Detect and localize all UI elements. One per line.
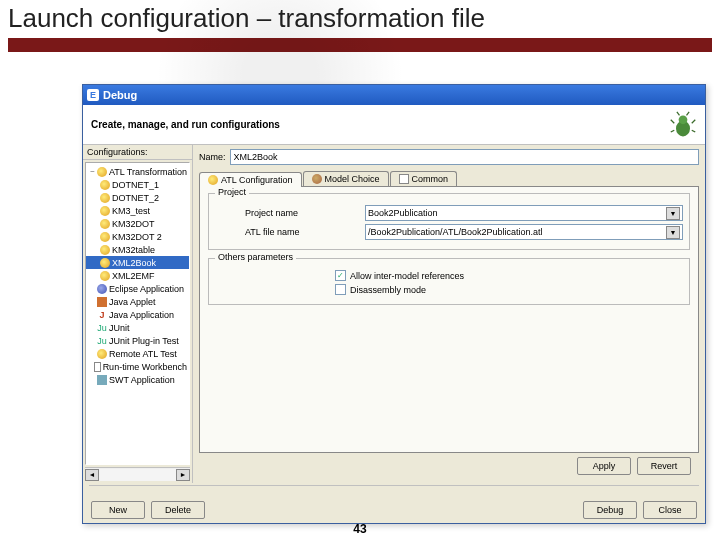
dialog-footer: New Delete Debug Close (83, 501, 705, 519)
tree-node[interactable]: Run-time Workbench (86, 360, 189, 373)
svg-line-5 (692, 130, 696, 132)
eclipse-app-icon (97, 284, 107, 294)
atl-file-value: /Book2Publication/ATL/Book2Publication.a… (368, 227, 666, 237)
tab-bar: ATL Configuration Model Choice Common (199, 171, 699, 187)
atl-icon (100, 232, 110, 242)
tree-node-atl[interactable]: −ATL Transformation (86, 165, 189, 178)
tree-child[interactable]: KM32DOT (86, 217, 189, 230)
svg-line-2 (671, 119, 675, 123)
configurations-tree[interactable]: −ATL Transformation DOTNET_1 DOTNET_2 KM… (85, 162, 190, 465)
project-name-label: Project name (215, 208, 365, 218)
tree-node[interactable]: Java Applet (86, 295, 189, 308)
tree-child-selected[interactable]: XML2Book (86, 256, 189, 269)
junit-icon: Ju (97, 323, 107, 333)
model-tab-icon (312, 174, 322, 184)
tab-content: Project Project name Book2Publication ▼ … (199, 187, 699, 453)
project-name-combo[interactable]: Book2Publication ▼ (365, 205, 683, 221)
page-number: 43 (353, 522, 366, 536)
tree-child[interactable]: KM32DOT 2 (86, 230, 189, 243)
svg-line-6 (677, 111, 680, 115)
checkbox-disassembly-label: Disassembly mode (350, 285, 426, 295)
checkbox-intermodel-label: Allow inter-model references (350, 271, 464, 281)
scroll-track[interactable] (99, 469, 176, 481)
close-button[interactable]: Close (643, 501, 697, 519)
separator (89, 485, 699, 486)
others-group-title: Others parameters (215, 252, 296, 262)
scroll-left-button[interactable]: ◄ (85, 469, 99, 481)
atl-file-combo[interactable]: /Book2Publication/ATL/Book2Publication.a… (365, 224, 683, 240)
runtime-icon (94, 362, 101, 372)
tree-node[interactable]: JuJUnit (86, 321, 189, 334)
project-name-value: Book2Publication (368, 208, 666, 218)
bug-icon (669, 111, 697, 139)
tab-atl-config[interactable]: ATL Configuration (199, 172, 302, 187)
delete-button[interactable]: Delete (151, 501, 205, 519)
configurations-label: Configurations: (83, 145, 192, 160)
svg-point-1 (679, 115, 688, 124)
others-group: Others parameters ✓ Allow inter-model re… (208, 258, 690, 305)
tree-node[interactable]: Remote ATL Test (86, 347, 189, 360)
tree-scrollbar[interactable]: ◄ ► (85, 467, 190, 481)
tab-common[interactable]: Common (390, 171, 458, 186)
apply-button[interactable]: Apply (577, 457, 631, 475)
tree-node[interactable]: JuJUnit Plug-in Test (86, 334, 189, 347)
atl-icon (100, 193, 110, 203)
chevron-down-icon[interactable]: ▼ (666, 226, 680, 239)
java-applet-icon (97, 297, 107, 307)
tree-node[interactable]: SWT Application (86, 373, 189, 386)
java-app-icon: J (97, 310, 107, 320)
dialog-titlebar[interactable]: E Debug (83, 85, 705, 105)
config-form: Name: ATL Configuration Model Choice Com… (193, 145, 705, 483)
tree-child[interactable]: DOTNET_2 (86, 191, 189, 204)
eclipse-icon: E (87, 89, 99, 101)
tree-child[interactable]: KM3_test (86, 204, 189, 217)
atl-icon (100, 245, 110, 255)
tree-node[interactable]: JJava Application (86, 308, 189, 321)
tree-child[interactable]: KM32table (86, 243, 189, 256)
revert-button[interactable]: Revert (637, 457, 691, 475)
atl-file-label: ATL file name (215, 227, 365, 237)
atl-icon (100, 271, 110, 281)
svg-line-3 (692, 119, 696, 123)
tab-model-choice[interactable]: Model Choice (303, 171, 389, 186)
tree-child[interactable]: XML2EMF (86, 269, 189, 282)
debug-button[interactable]: Debug (583, 501, 637, 519)
checkbox-disassembly[interactable] (335, 284, 346, 295)
tree-node[interactable]: Eclipse Application (86, 282, 189, 295)
remote-atl-icon (97, 349, 107, 359)
project-group: Project Project name Book2Publication ▼ … (208, 193, 690, 250)
atl-icon (97, 167, 107, 177)
svg-line-4 (671, 130, 675, 132)
project-group-title: Project (215, 187, 249, 197)
name-label: Name: (199, 152, 226, 162)
checkbox-intermodel[interactable]: ✓ (335, 270, 346, 281)
common-tab-icon (399, 174, 409, 184)
debug-dialog: E Debug Create, manage, and run configur… (82, 84, 706, 524)
svg-line-7 (687, 111, 690, 115)
swt-icon (97, 375, 107, 385)
tree-child[interactable]: DOTNET_1 (86, 178, 189, 191)
atl-tab-icon (208, 175, 218, 185)
scroll-right-button[interactable]: ► (176, 469, 190, 481)
atl-icon (100, 219, 110, 229)
atl-icon (100, 180, 110, 190)
apply-revert-row: Apply Revert (199, 453, 699, 479)
dialog-title: Debug (103, 89, 137, 101)
configurations-panel: Configurations: −ATL Transformation DOTN… (83, 145, 193, 483)
atl-icon (100, 258, 110, 268)
chevron-down-icon[interactable]: ▼ (666, 207, 680, 220)
dialog-header: Create, manage, and run configurations (83, 105, 705, 145)
name-input[interactable] (230, 149, 699, 165)
junit-plugin-icon: Ju (97, 336, 107, 346)
new-button[interactable]: New (91, 501, 145, 519)
atl-icon (100, 206, 110, 216)
dialog-header-text: Create, manage, and run configurations (91, 119, 280, 130)
